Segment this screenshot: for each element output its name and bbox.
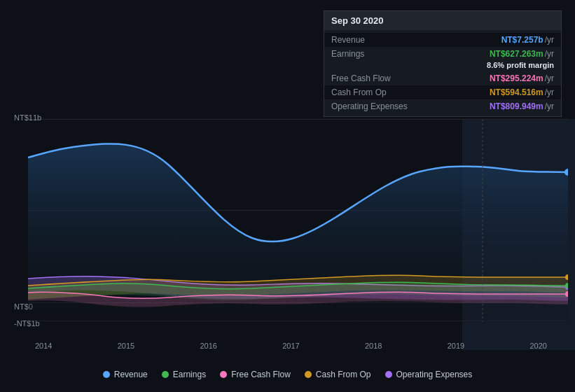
- legend-label-earnings: Earnings: [173, 370, 206, 379]
- tooltip-row-fcf: Free Cash Flow NT$295.224m/yr: [324, 71, 561, 85]
- chart-container: NT$11b NT$0 -NT$1b: [0, 0, 575, 392]
- x-label-2015: 2015: [118, 342, 134, 350]
- x-label-2017: 2017: [282, 342, 299, 350]
- legend-dot-cfo: [305, 371, 312, 378]
- legend-item-opex[interactable]: Operating Expenses: [385, 370, 473, 379]
- tooltip-revenue-value: NT$7.257b/yr: [501, 35, 554, 45]
- tooltip-row-revenue: Revenue NT$7.257b/yr: [324, 33, 561, 47]
- legend: Revenue Earnings Free Cash Flow Cash Fro…: [0, 370, 575, 379]
- x-label-2018: 2018: [365, 342, 382, 350]
- legend-dot-fcf: [220, 371, 227, 378]
- legend-dot-earnings: [162, 371, 169, 378]
- tooltip-earnings-value: NT$627.263m/yr: [490, 49, 554, 59]
- chart-svg: [28, 119, 568, 322]
- legend-label-opex: Operating Expenses: [396, 370, 473, 379]
- tooltip-fcf-value: NT$295.224m/yr: [490, 74, 554, 83]
- tooltip: Sep 30 2020 Revenue NT$7.257b/yr Earning…: [324, 10, 562, 117]
- legend-dot-opex: [385, 371, 392, 378]
- tooltip-earnings-sub: 8.6% profit margin: [324, 61, 561, 71]
- x-label-2020: 2020: [530, 342, 547, 350]
- tooltip-row-earnings: Earnings NT$627.263m/yr: [324, 47, 561, 61]
- legend-label-cfo: Cash From Op: [316, 370, 371, 379]
- tooltip-row-opex: Operating Expenses NT$809.949m/yr: [324, 99, 561, 113]
- tooltip-opex-label: Operating Expenses: [331, 102, 408, 111]
- legend-label-fcf: Free Cash Flow: [231, 370, 291, 379]
- tooltip-opex-value: NT$809.949m/yr: [490, 102, 554, 111]
- tooltip-revenue-label: Revenue: [331, 35, 365, 45]
- legend-dot-revenue: [103, 371, 110, 378]
- legend-item-cfo[interactable]: Cash From Op: [305, 370, 371, 379]
- legend-item-earnings[interactable]: Earnings: [162, 370, 206, 379]
- x-label-2016: 2016: [200, 342, 217, 350]
- x-label-2019: 2019: [448, 342, 464, 350]
- tooltip-fcf-label: Free Cash Flow: [331, 74, 391, 83]
- legend-item-revenue[interactable]: Revenue: [103, 370, 148, 379]
- tooltip-earnings-label: Earnings: [331, 49, 364, 59]
- legend-label-revenue: Revenue: [114, 370, 148, 379]
- x-label-2014: 2014: [35, 342, 52, 350]
- tooltip-row-cfo: Cash From Op NT$594.516m/yr: [324, 85, 561, 99]
- tooltip-header: Sep 30 2020: [324, 11, 561, 30]
- tooltip-cfo-label: Cash From Op: [331, 88, 387, 97]
- legend-item-fcf[interactable]: Free Cash Flow: [220, 370, 291, 379]
- tooltip-body: Revenue NT$7.257b/yr Earnings NT$627.263…: [324, 30, 561, 116]
- x-axis: 2014 2015 2016 2017 2018 2019 2020: [0, 342, 575, 350]
- tooltip-cfo-value: NT$594.516m/yr: [490, 88, 554, 97]
